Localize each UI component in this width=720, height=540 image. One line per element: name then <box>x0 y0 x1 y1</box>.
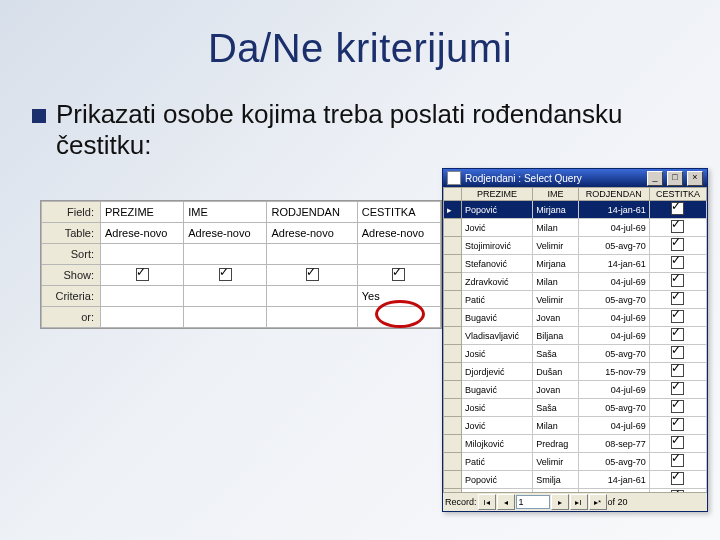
cell-ime[interactable]: Mirjana <box>533 201 579 219</box>
cell-field-2[interactable]: RODJENDAN <box>267 202 357 223</box>
cell-rodjendan[interactable]: 15-nov-79 <box>578 363 649 381</box>
row-selector[interactable] <box>444 435 462 453</box>
maximize-button[interactable]: □ <box>667 171 683 186</box>
nav-prev-button[interactable]: ◂ <box>497 494 515 510</box>
cell-rodjendan[interactable]: 04-jul-69 <box>578 273 649 291</box>
cell-ime[interactable]: Saša <box>533 345 579 363</box>
cell-ime[interactable]: Milan <box>533 219 579 237</box>
cell-cestitka[interactable] <box>649 327 706 345</box>
cell-prezime[interactable]: Popović <box>462 201 533 219</box>
cell-rodjendan[interactable]: 04-jul-69 <box>578 417 649 435</box>
table-row[interactable]: BugavićJovan04-jul-69 <box>444 309 707 327</box>
cell-rodjendan[interactable]: 05-avg-70 <box>578 345 649 363</box>
cell-ime[interactable]: Milan <box>533 417 579 435</box>
cell-rodjendan[interactable]: 04-jul-69 <box>578 327 649 345</box>
cell-prezime[interactable]: Bugavić <box>462 381 533 399</box>
window-titlebar[interactable]: Rodjendani : Select Query _ □ × <box>443 169 707 187</box>
cell-cestitka[interactable] <box>649 417 706 435</box>
show-check-3[interactable] <box>357 265 440 286</box>
cell-ime[interactable]: Saša <box>533 399 579 417</box>
table-row[interactable]: StefanovićMirjana14-jan-61 <box>444 255 707 273</box>
col-header-ime[interactable]: IME <box>533 188 579 201</box>
show-check-2[interactable] <box>267 265 357 286</box>
cell-ime[interactable]: Mirjana <box>533 255 579 273</box>
cell-cestitka[interactable] <box>649 381 706 399</box>
cell-ime[interactable]: Jovan <box>533 309 579 327</box>
nav-last-button[interactable]: ▸I <box>570 494 588 510</box>
table-row[interactable]: PatićVelimir05-avg-70 <box>444 291 707 309</box>
cell-table-1[interactable]: Adrese-novo <box>184 223 267 244</box>
cell-rodjendan[interactable]: 04-jul-69 <box>578 381 649 399</box>
cell-prezime[interactable]: Stefanović <box>462 255 533 273</box>
show-check-0[interactable] <box>101 265 184 286</box>
nav-next-button[interactable]: ▸ <box>551 494 569 510</box>
cell-cestitka[interactable] <box>649 471 706 489</box>
cell-prezime[interactable]: Djordjević <box>462 363 533 381</box>
criteria-0[interactable] <box>101 286 184 307</box>
cell-prezime[interactable]: Josić <box>462 345 533 363</box>
cell-cestitka[interactable] <box>649 309 706 327</box>
cell-rodjendan[interactable]: 05-avg-70 <box>578 291 649 309</box>
nav-position-input[interactable] <box>516 495 550 509</box>
cell-ime[interactable]: Predrag <box>533 435 579 453</box>
cell-cestitka[interactable] <box>649 399 706 417</box>
cell-rodjendan[interactable]: 14-jan-61 <box>578 201 649 219</box>
table-row[interactable]: VladisavljavićBiljana04-jul-69 <box>444 327 707 345</box>
cell-ime[interactable]: Dušan <box>533 363 579 381</box>
table-row[interactable]: BugavićJovan04-jul-69 <box>444 381 707 399</box>
cell-prezime[interactable]: Stojimirović <box>462 237 533 255</box>
row-selector[interactable] <box>444 291 462 309</box>
cell-rodjendan[interactable]: 05-avg-70 <box>578 399 649 417</box>
cell-ime[interactable]: Velimir <box>533 237 579 255</box>
table-row[interactable]: JosićSaša05-avg-70 <box>444 399 707 417</box>
cell-prezime[interactable]: Bugavić <box>462 309 533 327</box>
cell-rodjendan[interactable]: 14-jan-61 <box>578 255 649 273</box>
row-selector[interactable] <box>444 417 462 435</box>
cell-prezime[interactable]: Popović <box>462 471 533 489</box>
row-selector[interactable] <box>444 327 462 345</box>
nav-first-button[interactable]: I◂ <box>478 494 496 510</box>
cell-rodjendan[interactable]: 04-jul-69 <box>578 309 649 327</box>
cell-cestitka[interactable] <box>649 237 706 255</box>
table-row[interactable]: DjordjevićDušan15-nov-79 <box>444 363 707 381</box>
row-selector[interactable] <box>444 363 462 381</box>
cell-cestitka[interactable] <box>649 345 706 363</box>
row-selector[interactable] <box>444 453 462 471</box>
criteria-1[interactable] <box>184 286 267 307</box>
col-header-rodjendan[interactable]: RODJENDAN <box>578 188 649 201</box>
table-row[interactable]: PopovićSmilja14-jan-61 <box>444 471 707 489</box>
cell-cestitka[interactable] <box>649 273 706 291</box>
criteria-2[interactable] <box>267 286 357 307</box>
cell-cestitka[interactable] <box>649 291 706 309</box>
col-header-prezime[interactable]: PREZIME <box>462 188 533 201</box>
cell-table-3[interactable]: Adrese-novo <box>357 223 440 244</box>
cell-prezime[interactable]: Vladisavljavić <box>462 327 533 345</box>
cell-ime[interactable]: Velimir <box>533 291 579 309</box>
row-selector[interactable] <box>444 255 462 273</box>
show-check-1[interactable] <box>184 265 267 286</box>
cell-cestitka[interactable] <box>649 255 706 273</box>
cell-ime[interactable]: Velimir <box>533 453 579 471</box>
cell-ime[interactable]: Biljana <box>533 327 579 345</box>
row-selector[interactable]: ▸ <box>444 201 462 219</box>
row-selector[interactable] <box>444 273 462 291</box>
table-row[interactable]: PatićVelimir05-avg-70 <box>444 453 707 471</box>
cell-rodjendan[interactable]: 14-jan-61 <box>578 471 649 489</box>
cell-ime[interactable]: Milan <box>533 273 579 291</box>
cell-ime[interactable]: Smilja <box>533 471 579 489</box>
criteria-3[interactable]: Yes <box>357 286 440 307</box>
cell-cestitka[interactable] <box>649 453 706 471</box>
table-row[interactable]: ▸PopovićMirjana14-jan-61 <box>444 201 707 219</box>
cell-rodjendan[interactable]: 08-sep-77 <box>578 435 649 453</box>
row-selector[interactable] <box>444 381 462 399</box>
nav-new-button[interactable]: ▸* <box>589 494 607 510</box>
table-row[interactable]: JosićSaša05-avg-70 <box>444 345 707 363</box>
cell-prezime[interactable]: Zdravković <box>462 273 533 291</box>
cell-prezime[interactable]: Josić <box>462 399 533 417</box>
minimize-button[interactable]: _ <box>647 171 663 186</box>
row-selector[interactable] <box>444 237 462 255</box>
cell-cestitka[interactable] <box>649 363 706 381</box>
row-selector[interactable] <box>444 399 462 417</box>
cell-rodjendan[interactable]: 05-avg-70 <box>578 453 649 471</box>
cell-cestitka[interactable] <box>649 201 706 219</box>
